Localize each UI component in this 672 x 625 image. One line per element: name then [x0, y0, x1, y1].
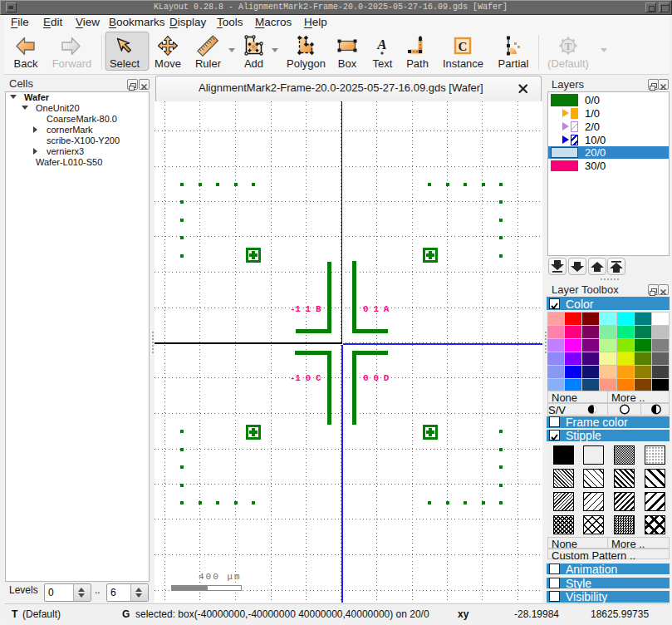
svg-text:C: C	[459, 40, 468, 53]
svg-text:A: A	[376, 37, 386, 52]
svg-text:T: T	[565, 41, 571, 52]
